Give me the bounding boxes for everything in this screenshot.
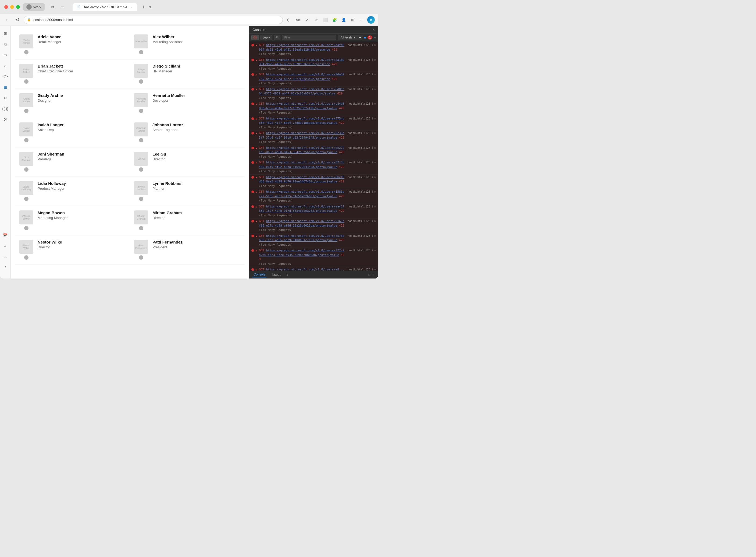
console-url-link[interactable]: https://graph.microsoft.com/v1.0/users/0… [259,131,344,139]
sidebar-icon-help[interactable]: ? [1,263,10,272]
console-url-link[interactable]: https://graph.microsoft.com/v1.0/users/f… [259,234,344,242]
console-info-icon[interactable]: ℹ [372,175,373,180]
console-file-ref[interactable]: nosdk.html:123 [348,267,370,271]
console-info-icon[interactable]: ℹ [372,131,373,136]
console-url-link[interactable]: https://graph.microsoft.com/v1.0/users/5… [259,117,344,125]
more-icon[interactable]: ··· [358,16,366,24]
console-info-icon[interactable]: ℹ [372,87,373,92]
person-card[interactable]: /Lynne Robbins Lynne Robbins Planner [130,177,245,206]
console-info-icon[interactable]: ℹ [372,248,373,253]
expand-icon[interactable]: ▶ [256,160,257,165]
console-url-link[interactable]: https://graph.microsoft.com/v1.0/users/d… [259,146,344,154]
console-network-icon[interactable]: ⊙ [374,146,376,150]
console-file-ref[interactable]: nosdk.html:123 [348,160,370,165]
console-eye-button[interactable]: 👁 [274,35,280,40]
extensions-icon[interactable]: 🧩 [331,16,338,24]
expand-icon[interactable]: ▶ [256,248,257,253]
sidebar-icon-wifi[interactable]: ((·)) [1,105,10,113]
console-file-ref[interactable]: nosdk.html:123 [348,87,370,91]
person-card[interactable]: /Henrietta Mueller Henrietta Mueller Dev… [130,89,245,118]
edge-browser-icon[interactable]: e [367,16,375,24]
expand-icon[interactable]: ▶ [256,268,257,271]
console-bottom-icon-2[interactable]: ⊢ [373,273,375,277]
tab-close-button[interactable]: × [129,5,134,9]
sidebar-icon-more[interactable]: ··· [1,253,10,261]
expand-icon[interactable]: ▶ [256,205,257,209]
person-card[interactable]: /Johanna Lorenz Johanna Lorenz Senior En… [130,118,245,147]
expand-icon[interactable]: ▶ [256,234,257,238]
console-info-icon[interactable]: ℹ [372,190,373,194]
console-info-icon[interactable]: ℹ [372,102,373,106]
read-view-icon[interactable]: Aa [294,16,302,24]
console-file-ref[interactable]: nosdk.html:123 [348,190,370,194]
sidebar-icon-tools[interactable]: ⚒ [1,115,10,124]
expand-icon[interactable]: ▶ [256,219,257,223]
url-bar[interactable]: 🔒 localhost:3000/nosdk.html [24,16,283,24]
console-network-icon[interactable]: ⊙ [374,205,376,209]
person-card[interactable]: /Patti Fernandez Patti Fernandez Preside… [130,235,245,265]
person-card[interactable]: /Megan Bowen Megan Bowen Marketing Manag… [15,206,130,235]
active-tab[interactable]: 📄 Dev Proxy - No SDK Sample × [72,3,137,11]
expand-icon[interactable]: ▶ [256,87,257,91]
console-file-ref[interactable]: nosdk.html:123 [348,146,370,150]
console-level-select[interactable]: All levels ▼ [338,35,363,40]
console-url-link[interactable]: https://graph.microsoft.com/v1.0/users/9… [259,72,344,81]
console-file-ref[interactable]: nosdk.html:123 [348,117,370,121]
console-file-ref[interactable]: nosdk.html:123 [348,205,370,209]
person-card[interactable]: /Nestor Wilke Nestor Wilke Director [15,235,130,265]
console-context-select[interactable]: top ▾ [260,35,272,40]
refresh-button[interactable]: ↺ [13,16,22,24]
sidebar-icon-table[interactable]: ▦ [1,83,10,91]
console-file-ref[interactable]: nosdk.html:123 [348,43,370,47]
collections-icon[interactable]: ⊞ [349,16,356,24]
console-network-icon[interactable]: ⊙ [374,87,376,92]
console-file-ref[interactable]: nosdk.html:123 [348,58,370,62]
console-close-button[interactable]: × [373,27,375,32]
console-url-link[interactable]: https://graph.microsoft.com/v1.0/users/f… [259,248,344,257]
console-network-icon[interactable]: ⊙ [374,131,376,136]
duplicate-tab-button[interactable]: ⧉ [49,3,57,11]
expand-icon[interactable]: ▶ [256,190,257,194]
console-info-icon[interactable]: ℹ [372,43,373,48]
console-settings-icon[interactable]: ⚙ [374,36,376,39]
console-url-link[interactable]: https://graph.microsoft.com/v1.0/users/e… [266,268,344,271]
console-info-icon[interactable]: ℹ [372,234,373,238]
console-bottom-icon-1[interactable]: ⊡ [368,273,371,277]
person-card[interactable]: /Diego Siciliani Diego Siciliani HR Mana… [130,59,245,89]
console-file-ref[interactable]: nosdk.html:123 [348,131,370,135]
favorites-icon[interactable]: ☆ [312,16,320,24]
console-network-icon[interactable]: ⊙ [374,267,376,271]
console-url-link[interactable]: https://graph.microsoft.com/v1.0/users/1… [259,190,344,198]
person-card[interactable]: /Lidia Holloway Lidia Holloway Product M… [15,177,130,206]
sidebar-icon-calendar[interactable]: 📅 [1,231,10,240]
console-url-link[interactable]: https://graph.microsoft.com/v1.0/users/8… [259,175,344,183]
console-url-link[interactable]: https://graph.microsoft.com/v1.0/users/c… [259,102,344,110]
split-view-button[interactable]: ▭ [59,3,66,11]
console-network-icon[interactable]: ⊙ [374,190,376,194]
close-button[interactable] [4,5,8,9]
console-tab-issues[interactable]: Issues [271,272,282,277]
console-url-link[interactable]: https://graph.microsoft.com/v1.0/users/8… [259,160,344,169]
back-button[interactable]: ← [3,16,11,24]
console-info-icon[interactable]: ℹ [372,205,373,209]
console-info-icon[interactable]: ℹ [372,146,373,150]
console-network-icon[interactable]: ⊙ [374,58,376,62]
maximize-button[interactable] [16,5,20,9]
split-icon[interactable]: ⬜ [321,16,329,24]
person-card[interactable]: /Grady Archie Grady Archie Designer [15,89,130,118]
console-url-link[interactable]: https://graph.microsoft.com/v1.0/users/6… [259,87,344,95]
share2-icon[interactable]: ↗ [303,16,311,24]
person-card[interactable]: /Alex Wilber Alex Wilber Marketing Assis… [130,30,245,59]
expand-icon[interactable]: ▶ [256,117,257,121]
console-filter-input[interactable] [282,35,336,40]
expand-icon[interactable]: ▶ [256,72,257,77]
console-file-ref[interactable]: nosdk.html:123 [348,175,370,179]
console-tab-console[interactable]: Console [252,272,266,277]
console-network-icon[interactable]: ⊙ [374,234,376,238]
person-card[interactable]: /Isaiah Langer Isaiah Langer Sales Rep [15,118,130,147]
console-info-icon[interactable]: ℹ [372,58,373,62]
console-file-ref[interactable]: nosdk.html:123 [348,234,370,238]
expand-icon[interactable]: ▶ [256,102,257,106]
console-network-icon[interactable]: ⊙ [374,248,376,253]
sidebar-icon-home[interactable]: ⌂ [1,61,10,70]
